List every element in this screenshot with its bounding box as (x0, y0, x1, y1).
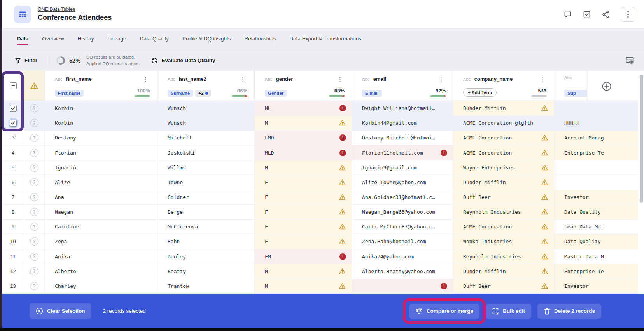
cell-extra[interactable] (554, 101, 638, 115)
cell-last-name[interactable]: Mitchell (158, 131, 255, 145)
cell-email[interactable]: Carli.McClure87@yahoo.c… (352, 220, 453, 234)
explain-question-icon[interactable]: ? (30, 208, 38, 216)
cell-first-name[interactable]: Ana (45, 190, 158, 204)
term-tag[interactable]: E-mail (362, 90, 382, 97)
row-select-cell[interactable]: 12 (2, 264, 24, 279)
cell-first-name[interactable]: Florian (45, 145, 158, 160)
cell-email[interactable]: Dwight_Williams@hotmail… (352, 101, 453, 115)
explain-question-icon[interactable]: ? (30, 193, 38, 201)
cell-email[interactable]: Ignacio9@gmail.com (352, 160, 453, 175)
cell-email[interactable]: ! (352, 279, 453, 293)
row-checkbox[interactable] (10, 120, 17, 127)
cell-last-name[interactable]: Willms (158, 160, 255, 175)
cell-gender[interactable]: FM! (255, 249, 352, 264)
cell-company-name[interactable]: ACME Corporation gtgfth (453, 116, 554, 130)
row-select-cell[interactable] (2, 101, 24, 115)
cell-last-name[interactable]: Beatty (158, 264, 255, 279)
cell-last-name[interactable]: Towne (158, 175, 255, 190)
row-select-cell[interactable]: 6 (2, 175, 24, 190)
cell-first-name[interactable]: Alize (45, 175, 158, 190)
cell-email[interactable]: Florian11hotmail.com! (352, 145, 453, 160)
cell-extra[interactable]: Master Data M (554, 249, 638, 264)
cell-first-name[interactable]: Alberto (45, 264, 158, 279)
cell-company-name[interactable]: Dunder Mifflin (453, 101, 554, 115)
dq-percent-link[interactable]: 52% (69, 57, 80, 64)
tab-data-quality[interactable]: Data Quality (140, 33, 169, 45)
task-check-icon[interactable] (583, 10, 591, 19)
tab-data[interactable]: Data (17, 33, 28, 45)
explain-question-icon[interactable]: ? (30, 253, 38, 261)
cell-company-name[interactable]: Reynholm Industries (453, 205, 554, 219)
cell-last-name[interactable]: Wunsch (158, 101, 255, 115)
explain-question-icon[interactable]: ? (30, 267, 38, 275)
cell-first-name[interactable]: Korbin (45, 101, 158, 115)
cell-gender[interactable]: F (255, 205, 352, 219)
cell-gender[interactable]: M (255, 160, 352, 175)
cell-email[interactable]: Korbin44@gmail.com (352, 116, 453, 130)
explain-question-icon[interactable]: ? (30, 104, 38, 112)
clear-selection-button[interactable]: Clear Selection (30, 303, 91, 319)
cell-company-name[interactable]: ACME Corporation (453, 220, 554, 234)
cell-first-name[interactable]: Ignacio (45, 160, 158, 175)
term-tag[interactable]: Gender (265, 90, 287, 97)
cell-last-name[interactable]: Berge (158, 205, 255, 219)
cell-first-name[interactable]: Destany (45, 131, 158, 145)
column-menu-icon[interactable]: ⋮ (238, 75, 247, 83)
vertical-scrollbar-thumb[interactable] (640, 75, 643, 203)
cell-first-name[interactable]: Zena (45, 234, 158, 249)
row-select-cell[interactable]: 4 (2, 145, 24, 160)
tab-relationships[interactable]: Relationships (244, 33, 276, 45)
cell-company-name[interactable]: Reynholm Industries (453, 249, 554, 264)
tab-data-export-transformations[interactable]: Data Export & Transformations (290, 33, 362, 45)
explain-question-icon[interactable]: ? (30, 164, 38, 172)
cell-first-name[interactable]: Maegan (45, 205, 158, 219)
cell-extra[interactable]: Data Quality (554, 205, 638, 219)
term-tag[interactable]: Sup (564, 90, 587, 97)
explain-question-icon[interactable]: ? (30, 282, 38, 290)
cell-extra[interactable]: Lead Data Mar (554, 220, 638, 234)
row-select-cell[interactable]: 9 (2, 220, 24, 234)
cell-company-name[interactable]: ACME Corporation (453, 131, 554, 145)
comment-icon[interactable] (564, 10, 572, 19)
tab-overview[interactable]: Overview (42, 33, 64, 45)
row-checkbox[interactable] (10, 105, 17, 112)
term-tag[interactable]: Surname (168, 90, 193, 97)
evaluate-dq-button[interactable]: Evaluate Data Quality (151, 57, 215, 64)
cell-gender[interactable]: F (255, 175, 352, 190)
cell-extra[interactable]: Enterprise Te (554, 264, 638, 279)
cell-gender[interactable]: F (255, 234, 352, 249)
cell-gender[interactable]: M (255, 279, 352, 293)
cell-extra[interactable]: Data Quality (554, 234, 638, 249)
tab-profile-dq-insights[interactable]: Profile & DQ insights (182, 33, 231, 45)
cell-email[interactable]: Anika74@yahoo.com (352, 249, 453, 264)
cell-last-name[interactable]: Hahn (158, 234, 255, 249)
select-all-checkbox[interactable] (10, 82, 17, 89)
share-icon[interactable] (602, 10, 610, 19)
row-select-cell[interactable]: 3 (2, 131, 24, 145)
cell-first-name[interactable]: Korbin (45, 116, 158, 130)
explain-question-icon[interactable]: ? (30, 223, 38, 231)
cell-gender[interactable]: ML! (255, 101, 352, 115)
cell-company-name[interactable]: Wayne Enterprises (453, 160, 554, 175)
cell-extra[interactable]: Investor (554, 279, 638, 293)
add-column-button[interactable] (601, 81, 612, 92)
row-select-cell[interactable] (2, 116, 24, 130)
cell-email[interactable]: Ana.Goldner31@hotmail.c… (352, 190, 453, 204)
cell-gender[interactable]: M (255, 264, 352, 279)
cell-company-name[interactable]: Dunder Mifflin (453, 264, 554, 279)
cell-company-name[interactable]: Dunder Mifflin (453, 175, 554, 190)
cell-last-name[interactable]: Jaskolski (158, 145, 255, 160)
cell-email[interactable]: Alberto.Beatty@yahoo.com (352, 264, 453, 279)
row-select-cell[interactable]: 8 (2, 205, 24, 219)
bulk-edit-button[interactable]: Bulk edit (486, 304, 531, 319)
explain-question-icon[interactable]: ? (30, 149, 38, 157)
delete-records-button[interactable]: Delete 2 records (537, 304, 601, 319)
cell-first-name[interactable]: Charley (45, 279, 158, 293)
cell-company-name[interactable]: Wonka Industries (453, 234, 554, 249)
row-select-cell[interactable]: 5 (2, 160, 24, 175)
cell-extra[interactable]: Enterprise Te (554, 145, 638, 160)
column-visibility-icon[interactable] (625, 56, 635, 65)
cell-company-name[interactable]: Duff Beer (453, 279, 554, 293)
cell-email[interactable]: Alize_Towne@yahoo.com (352, 175, 453, 190)
explain-question-icon[interactable]: ? (30, 119, 38, 127)
